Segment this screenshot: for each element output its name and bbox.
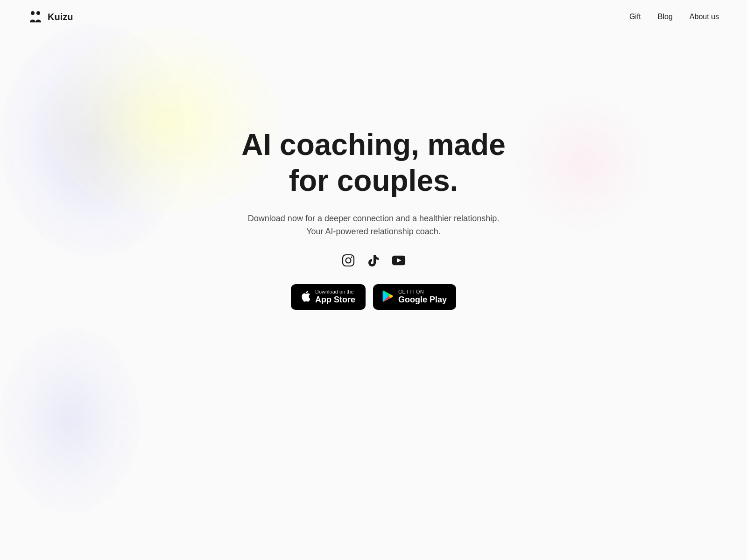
- app-buttons-row: Download on the App Store GET IT ON Goog…: [291, 284, 456, 310]
- logo-icon: [28, 9, 43, 24]
- social-icons-row: [341, 253, 406, 267]
- hero-section: AI coaching, made for couples. Download …: [0, 127, 747, 310]
- svg-point-0: [31, 11, 35, 15]
- hero-title: AI coaching, made for couples.: [241, 127, 505, 199]
- youtube-icon[interactable]: [392, 253, 406, 267]
- apple-icon: [300, 290, 310, 304]
- hero-subtitle-line1: Download now for a deeper connection and…: [248, 214, 499, 223]
- google-play-large-text: Google Play: [398, 295, 447, 305]
- svg-point-4: [351, 257, 352, 258]
- nav-about[interactable]: About us: [690, 13, 719, 21]
- hero-title-line1: AI coaching, made: [241, 128, 505, 161]
- google-play-text: GET IT ON Google Play: [398, 289, 447, 305]
- hero-subtitle-line2: Your AI-powered relationship coach.: [306, 227, 441, 236]
- app-store-text: Download on the App Store: [315, 289, 355, 305]
- svg-rect-2: [343, 255, 354, 266]
- nav-gift[interactable]: Gift: [629, 13, 641, 21]
- instagram-icon[interactable]: [341, 253, 355, 267]
- nav: Gift Blog About us: [629, 13, 719, 21]
- logo[interactable]: Kuizu: [28, 9, 73, 24]
- bg-blob-lavender2: [0, 327, 140, 513]
- google-play-small-text: GET IT ON: [398, 289, 447, 295]
- tiktok-icon[interactable]: [366, 253, 381, 267]
- app-store-button[interactable]: Download on the App Store: [291, 284, 366, 310]
- header: Kuizu Gift Blog About us: [0, 0, 747, 34]
- google-play-button[interactable]: GET IT ON Google Play: [373, 284, 456, 310]
- svg-point-1: [36, 11, 40, 15]
- hero-title-line2: for couples.: [289, 164, 458, 197]
- google-play-icon: [382, 290, 394, 304]
- nav-blog[interactable]: Blog: [658, 13, 673, 21]
- app-store-large-text: App Store: [315, 295, 355, 305]
- app-store-small-text: Download on the: [315, 289, 355, 295]
- logo-text: Kuizu: [48, 12, 73, 22]
- hero-subtitle: Download now for a deeper connection and…: [248, 212, 499, 239]
- svg-point-3: [346, 258, 351, 263]
